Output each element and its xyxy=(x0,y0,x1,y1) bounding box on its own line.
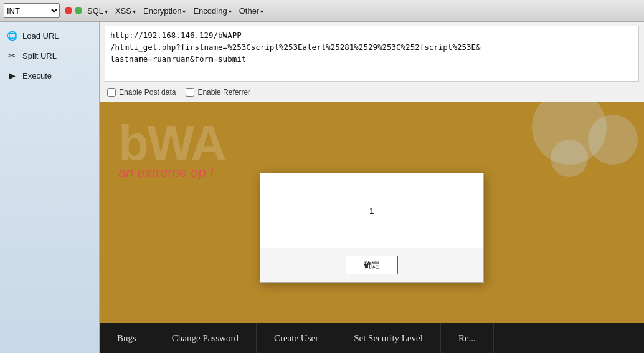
url-bar-area: http://192.168.146.129/bWAPP /htmli_get.… xyxy=(100,22,644,102)
nav-set-security-level[interactable]: Set Security Level xyxy=(336,323,441,353)
split-url-label: Split URL xyxy=(22,51,57,60)
load-url-label: Load URL xyxy=(22,31,59,41)
encoding-menu[interactable]: Encoding xyxy=(193,6,231,16)
bwapp-brand-text: bWA xyxy=(118,115,225,172)
sidebar: 🌐 Load URL ✂ Split URL ▶ Execute xyxy=(0,22,100,353)
sidebar-item-split-url[interactable]: ✂ Split URL xyxy=(0,46,99,65)
main-area: 🌐 Load URL ✂ Split URL ▶ Execute http://… xyxy=(0,22,644,353)
tagline-text: an extreme op ! xyxy=(118,165,214,181)
deco-circle-3 xyxy=(551,140,588,177)
other-menu[interactable]: Other xyxy=(239,6,264,16)
dialog-body: 1 xyxy=(260,173,483,248)
nav-create-user[interactable]: Create User xyxy=(257,323,336,353)
menu-items: SQL XSS Encryption Encoding Other xyxy=(87,6,263,16)
dialog-message: 1 xyxy=(369,205,374,216)
nav-more[interactable]: Re... xyxy=(441,323,494,353)
red-dot-icon xyxy=(65,7,72,14)
url-input[interactable]: http://192.168.146.129/bWAPP /htmli_get.… xyxy=(105,26,639,82)
sidebar-item-load-url[interactable]: 🌐 Load URL xyxy=(0,26,99,46)
enable-post-data-checkbox[interactable] xyxy=(107,88,116,97)
enable-post-data-text: Enable Post data xyxy=(119,88,176,97)
level-dropdown-wrap[interactable]: INT LOW MED HIGH xyxy=(4,3,60,18)
nav-change-password[interactable]: Change Password xyxy=(154,323,257,353)
level-dropdown[interactable]: INT LOW MED HIGH xyxy=(4,3,60,18)
url-options: Enable Post data Enable Referrer xyxy=(105,84,639,98)
encryption-menu[interactable]: Encryption xyxy=(143,6,186,16)
dialog-footer: 确定 xyxy=(260,248,483,282)
dialog-ok-button[interactable]: 确定 xyxy=(346,256,398,274)
deco-circle-2 xyxy=(588,115,638,165)
xss-menu[interactable]: XSS xyxy=(115,6,136,16)
sql-menu[interactable]: SQL xyxy=(87,6,108,16)
enable-referrer-text: Enable Referrer xyxy=(197,88,250,97)
enable-referrer-checkbox[interactable] xyxy=(186,88,194,97)
execute-label: Execute xyxy=(22,71,52,80)
enable-post-data-label[interactable]: Enable Post data xyxy=(107,88,176,97)
bottom-nav: Bugs Change Password Create User Set Sec… xyxy=(100,323,644,353)
enable-referrer-label[interactable]: Enable Referrer xyxy=(186,88,250,97)
execute-icon: ▶ xyxy=(6,70,17,81)
green-dot-icon xyxy=(75,7,82,14)
alert-dialog: 1 确定 xyxy=(260,173,484,283)
toolbar: INT LOW MED HIGH SQL XSS Encryption Enco… xyxy=(0,0,644,22)
sidebar-item-execute[interactable]: ▶ Execute xyxy=(0,65,99,85)
content-area: http://192.168.146.129/bWAPP /htmli_get.… xyxy=(100,22,644,353)
split-url-icon: ✂ xyxy=(6,50,17,61)
web-content: bWA an extreme op ! 1 确定 Bugs Change Pas… xyxy=(100,102,644,353)
traffic-lights xyxy=(65,7,82,14)
load-url-icon: 🌐 xyxy=(6,30,17,41)
nav-bugs[interactable]: Bugs xyxy=(100,323,154,353)
